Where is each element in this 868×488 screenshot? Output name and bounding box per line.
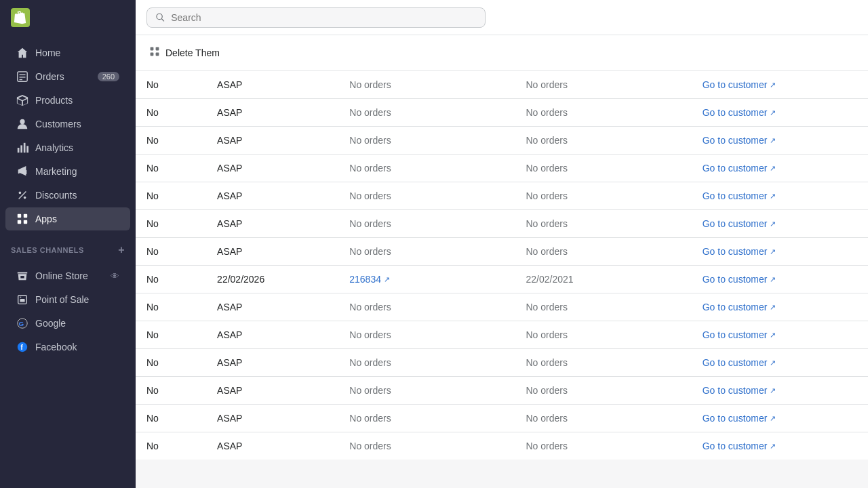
cell-go-to-customer[interactable]: Go to customer ↗ (692, 210, 868, 238)
cell-status: No (136, 349, 206, 377)
sidebar-item-facebook[interactable]: f Facebook (5, 336, 130, 359)
cell-go-to-customer[interactable]: Go to customer ↗ (692, 238, 868, 266)
table-row: NoASAPNo ordersNo ordersGo to customer ↗ (136, 405, 868, 432)
external-link-icon: ↗ (770, 275, 776, 284)
cell-go-to-customer[interactable]: Go to customer ↗ (692, 405, 868, 432)
cell-orders1: No orders (338, 432, 515, 460)
go-to-customer-link[interactable]: Go to customer ↗ (703, 441, 776, 451)
grid-icon (149, 46, 160, 60)
cell-date: 22/02/2026 (206, 266, 338, 293)
sidebar-item-products[interactable]: Products (5, 89, 130, 112)
go-to-customer-link[interactable]: Go to customer ↗ (703, 357, 776, 368)
cell-go-to-customer[interactable]: Go to customer ↗ (692, 71, 868, 99)
cell-orders1: No orders (338, 321, 515, 349)
shopify-logo-icon (11, 8, 30, 27)
cell-date: ASAP (206, 405, 338, 432)
cell-go-to-customer[interactable]: Go to customer ↗ (692, 349, 868, 377)
table-row: NoASAPNo ordersNo ordersGo to customer ↗ (136, 71, 868, 99)
svg-rect-6 (20, 145, 22, 152)
cell-go-to-customer[interactable]: Go to customer ↗ (692, 266, 868, 293)
cell-go-to-customer[interactable]: Go to customer ↗ (692, 127, 868, 155)
external-link-icon: ↗ (770, 386, 776, 395)
cell-status: No (136, 377, 206, 405)
go-to-customer-link[interactable]: Go to customer ↗ (703, 246, 776, 257)
sidebar-item-marketing[interactable]: Marketing (5, 160, 130, 183)
go-to-customer-link[interactable]: Go to customer ↗ (703, 218, 776, 229)
go-to-customer-link[interactable]: Go to customer ↗ (703, 190, 776, 201)
cell-orders2: No orders (515, 99, 692, 127)
sidebar-item-products-label: Products (35, 95, 73, 106)
table-row: NoASAPNo ordersNo ordersGo to customer ↗ (136, 127, 868, 155)
sidebar-item-google[interactable]: G Google (5, 312, 130, 335)
sidebar-item-apps[interactable]: Apps (5, 207, 130, 230)
sidebar-item-discounts[interactable]: Discounts (5, 184, 130, 207)
table-row: NoASAPNo ordersNo ordersGo to customer ↗ (136, 182, 868, 210)
cell-orders1[interactable]: 216834 ↗ (338, 266, 515, 293)
svg-rect-5 (18, 148, 20, 152)
cell-go-to-customer[interactable]: Go to customer ↗ (692, 155, 868, 182)
order-link[interactable]: 216834 ↗ (349, 274, 390, 285)
sidebar-item-point-of-sale[interactable]: Point of Sale (5, 288, 130, 311)
cell-orders2: No orders (515, 182, 692, 210)
go-to-customer-link[interactable]: Go to customer ↗ (703, 385, 776, 396)
cell-orders2: No orders (515, 321, 692, 349)
go-to-customer-link[interactable]: Go to customer ↗ (703, 329, 776, 340)
go-to-customer-link[interactable]: Go to customer ↗ (703, 163, 776, 174)
cell-go-to-customer[interactable]: Go to customer ↗ (692, 321, 868, 349)
search-icon (155, 12, 165, 23)
cell-orders2: No orders (515, 210, 692, 238)
svg-rect-25 (151, 47, 154, 51)
search-input[interactable] (171, 12, 477, 23)
table-row: NoASAPNo ordersNo ordersGo to customer ↗ (136, 432, 868, 460)
cell-go-to-customer[interactable]: Go to customer ↗ (692, 432, 868, 460)
table-row: NoASAPNo ordersNo ordersGo to customer ↗ (136, 349, 868, 377)
cell-date: ASAP (206, 99, 338, 127)
cell-orders2: No orders (515, 405, 692, 432)
search-bar[interactable] (146, 7, 486, 28)
external-link-icon: ↗ (770, 220, 776, 228)
sidebar-item-analytics[interactable]: Analytics (5, 136, 130, 159)
table-row: NoASAPNo ordersNo ordersGo to customer ↗ (136, 377, 868, 405)
cell-status: No (136, 210, 206, 238)
external-link-icon: ↗ (770, 442, 776, 451)
google-icon: G (16, 317, 28, 329)
table-row: NoASAPNo ordersNo ordersGo to customer ↗ (136, 155, 868, 182)
cell-go-to-customer[interactable]: Go to customer ↗ (692, 377, 868, 405)
go-to-customer-link[interactable]: Go to customer ↗ (703, 302, 776, 312)
cell-orders1: No orders (338, 127, 515, 155)
sidebar-item-home[interactable]: Home (5, 41, 130, 64)
svg-rect-15 (24, 220, 27, 224)
cell-orders1: No orders (338, 155, 515, 182)
svg-rect-8 (26, 146, 28, 152)
sidebar-item-pos-label: Point of Sale (35, 294, 89, 305)
sidebar-item-orders[interactable]: Orders 260 (5, 65, 130, 88)
cell-date: ASAP (206, 432, 338, 460)
cell-go-to-customer[interactable]: Go to customer ↗ (692, 99, 868, 127)
cell-orders2: 22/02/2021 (515, 266, 692, 293)
go-to-customer-link[interactable]: Go to customer ↗ (703, 107, 776, 118)
go-to-customer-link[interactable]: Go to customer ↗ (703, 274, 776, 285)
customers-icon (16, 118, 28, 130)
svg-point-4 (20, 119, 24, 124)
go-to-customer-link[interactable]: Go to customer ↗ (703, 79, 776, 90)
cell-go-to-customer[interactable]: Go to customer ↗ (692, 293, 868, 321)
cell-date: ASAP (206, 238, 338, 266)
svg-rect-17 (20, 299, 24, 302)
sidebar-item-apps-label: Apps (35, 214, 57, 224)
sidebar-item-online-store[interactable]: Online Store 👁 (5, 264, 130, 287)
cell-date: ASAP (206, 127, 338, 155)
svg-line-24 (161, 18, 164, 21)
svg-rect-27 (151, 53, 154, 56)
go-to-customer-link[interactable]: Go to customer ↗ (703, 413, 776, 424)
cell-go-to-customer[interactable]: Go to customer ↗ (692, 182, 868, 210)
external-link-icon: ↗ (770, 164, 776, 173)
go-to-customer-link[interactable]: Go to customer ↗ (703, 135, 776, 146)
online-store-eye-icon[interactable]: 👁 (111, 271, 119, 281)
add-sales-channel-button[interactable]: + (118, 245, 125, 256)
cell-date: ASAP (206, 321, 338, 349)
cell-status: No (136, 155, 206, 182)
sidebar-item-customers[interactable]: Customers (5, 113, 130, 136)
cell-date: ASAP (206, 182, 338, 210)
cell-orders1: No orders (338, 238, 515, 266)
cell-status: No (136, 321, 206, 349)
